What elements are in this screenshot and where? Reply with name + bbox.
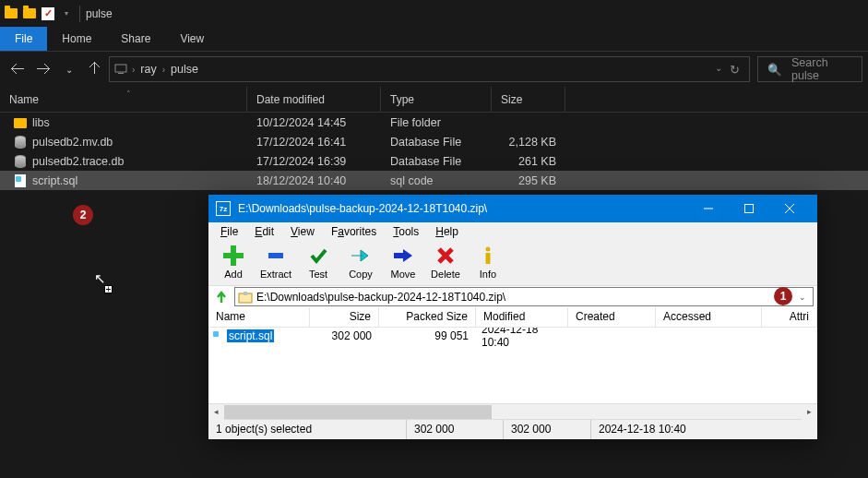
horizontal-scrollbar[interactable]: ◂ ▸ [208,403,817,419]
delete-button[interactable]: Delete [424,243,467,283]
sevenzip-menubar: File Edit View Favorites Tools Help [208,222,817,241]
tab-file[interactable]: File [0,27,47,51]
tab-view[interactable]: View [165,27,219,51]
tab-share[interactable]: Share [106,27,165,51]
chevron-down-icon[interactable]: ⌄ [795,293,810,302]
test-button[interactable]: Test [297,243,339,283]
tool-label: Info [480,269,496,280]
col-size[interactable]: Size [492,87,565,112]
minimize-button[interactable] [688,195,729,222]
zcol-created[interactable]: Created [568,307,656,327]
file-row[interactable]: pulsedb2.trace.db 17/12/2024 16:39 Datab… [0,151,868,171]
chevron-down-icon[interactable]: ▾ [65,9,68,18]
info-button[interactable]: Info [467,243,509,283]
sevenzip-pathbar: E:\Downloads\pulse-backup-2024-12-18T104… [208,285,817,307]
file-name: pulsedb2.mv.db [32,136,113,149]
recent-dropdown[interactable]: ⌄ [57,56,81,82]
refresh-icon[interactable]: ↻ [730,63,740,77]
svg-rect-6 [268,253,283,258]
col-label: Name [9,93,39,106]
zcol-modified[interactable]: Modified [476,307,568,327]
up-folder-button[interactable] [212,288,231,306]
breadcrumb-item[interactable]: pulse [165,63,204,76]
close-button[interactable] [769,195,810,222]
tab-home[interactable]: Home [47,27,106,51]
file-date: 17/12/2024 16:39 [247,155,381,168]
folder-icon [22,6,37,21]
tool-label: Copy [349,269,373,280]
zfile-name: script.sql [227,329,274,342]
database-icon [13,154,27,168]
status-size1: 302 000 [407,420,504,439]
tool-label: Add [224,269,243,280]
menu-edit[interactable]: Edit [247,224,281,239]
zcol-accessed[interactable]: Accessed [656,307,762,327]
search-input[interactable]: 🔍 Search pulse [757,56,862,82]
menu-tools[interactable]: Tools [386,224,426,239]
tool-label: Test [309,269,327,280]
sql-file-icon [13,173,27,187]
sevenzip-statusbar: 1 object(s) selected 302 000 302 000 202… [208,419,817,439]
maximize-button[interactable] [729,195,769,222]
sevenzip-columns: Name Size Packed Size Modified Created A… [208,307,817,328]
address-bar[interactable]: › ray › pulse ⌄ ↻ [109,56,750,82]
file-size: 295 KB [492,174,565,187]
sevenzip-address-bar[interactable]: E:\Downloads\pulse-backup-2024-12-18T104… [234,287,814,306]
tool-label: Delete [431,269,460,280]
sevenzip-titlebar[interactable]: 7z E:\Downloads\pulse-backup-2024-12-18T… [208,195,817,222]
database-icon [13,135,27,149]
menu-file[interactable]: File [213,224,245,239]
col-name[interactable]: Name ˄ [0,87,247,112]
file-type: Database File [381,136,492,149]
scroll-thumb[interactable] [224,405,492,419]
sql-file-icon [210,329,224,343]
sevenzip-path-text: E:\Downloads\pulse-backup-2024-12-18T104… [256,291,505,304]
menu-favorites[interactable]: Favorites [324,224,384,239]
svg-rect-8 [486,253,491,264]
menu-view[interactable]: View [283,224,322,239]
file-date: 10/12/2024 14:45 [247,116,381,129]
file-row[interactable]: pulsedb2.mv.db 17/12/2024 16:41 Database… [0,132,868,151]
scroll-right-button[interactable]: ▸ [802,404,817,420]
file-list: libs 10/12/2024 14:45 File folder pulsed… [0,113,868,190]
file-name: pulsedb2.trace.db [32,155,124,168]
zcol-size[interactable]: Size [310,307,379,327]
archive-icon [238,291,253,304]
file-date: 18/12/2024 10:40 [247,174,381,187]
col-date[interactable]: Date modified [247,87,381,112]
sevenzip-file-list: script.sql 302 000 99 051 2024-12-18 10:… [208,328,817,403]
copy-button[interactable]: Copy [339,243,382,283]
back-button[interactable]: 🡠 [6,56,30,82]
svg-rect-10 [244,292,247,295]
col-type[interactable]: Type [381,87,492,112]
arrow-right-icon [350,245,372,267]
arrow-right-solid-icon [392,245,414,267]
search-icon: 🔍 [767,63,782,77]
extract-button[interactable]: Extract [255,243,297,283]
plus-icon [222,245,244,267]
file-type: sql code [381,174,492,187]
minus-icon [265,245,287,267]
move-button[interactable]: Move [382,243,424,283]
sevenzip-file-row[interactable]: script.sql 302 000 99 051 2024-12-18 10:… [208,328,817,344]
menu-help[interactable]: Help [428,224,466,239]
scroll-left-button[interactable]: ◂ [208,404,224,420]
svg-point-7 [486,247,491,252]
chevron-down-icon[interactable]: ⌄ [715,63,722,77]
up-button[interactable]: 🡡 [83,56,107,82]
file-row[interactable]: script.sql 18/12/2024 10:40 sql code 295… [0,171,868,190]
folder-icon [13,115,27,129]
pc-icon [113,62,128,77]
breadcrumb-item[interactable]: ray [135,63,161,76]
status-date: 2024-12-18 10:40 [591,420,817,439]
zcol-attributes[interactable]: Attri [762,307,817,327]
zcol-packed-size[interactable]: Packed Size [379,307,476,327]
zfile-packed-size: 99 051 [379,329,476,342]
ribbon-tabs: File Home Share View [0,27,868,52]
forward-button[interactable]: 🡢 [31,56,55,82]
column-headers: Name ˄ Date modified Type Size [0,87,868,113]
add-button[interactable]: Add [212,243,255,283]
tool-label: Extract [260,269,291,280]
file-row[interactable]: libs 10/12/2024 14:45 File folder [0,113,868,132]
zcol-name[interactable]: Name [208,307,310,327]
